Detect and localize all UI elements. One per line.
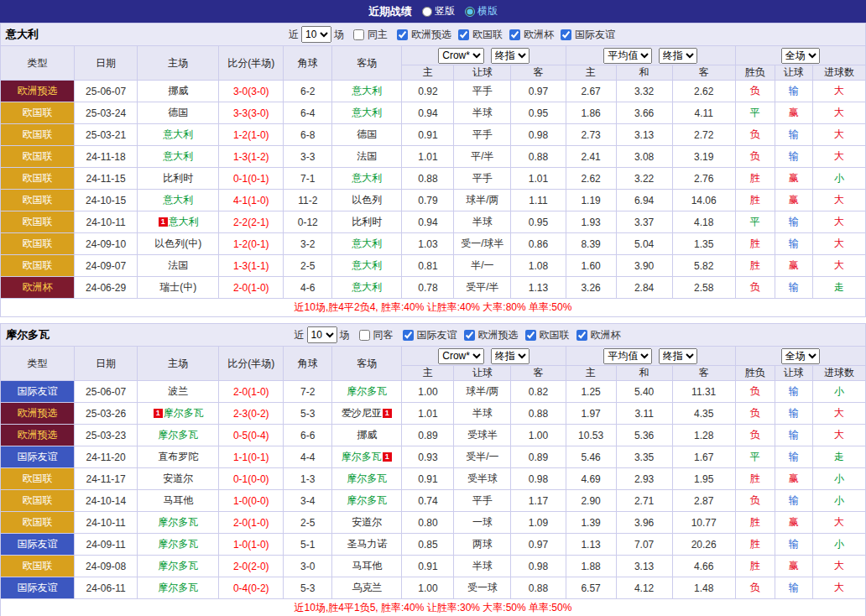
home-team[interactable]: 意大利 (138, 124, 219, 146)
score[interactable]: 4-1(1-0) (219, 190, 284, 211)
away-team[interactable]: 比利时 (332, 211, 402, 233)
comp-filter-checkbox[interactable]: 欧洲预选 (397, 28, 451, 42)
comp-filter-checkbox[interactable]: 国际友谊 (561, 28, 615, 42)
home-team[interactable]: 意大利 (138, 146, 219, 168)
away-team[interactable]: 挪威 (332, 425, 402, 446)
odds-company-select[interactable]: Crow* (438, 348, 484, 364)
home-team[interactable]: 波兰 (138, 381, 219, 403)
same-venue-filter[interactable]: 同客 (359, 328, 394, 342)
same-venue-checkbox[interactable] (353, 29, 364, 40)
same-venue-filter[interactable]: 同主 (353, 28, 388, 42)
horizontal-radio-input[interactable] (465, 7, 475, 17)
score[interactable]: 2-3(0-2) (219, 403, 284, 425)
recent-count-select[interactable]: 10 (301, 26, 331, 43)
home-team[interactable]: 瑞士(中) (138, 277, 219, 299)
home-team[interactable]: 挪威 (138, 81, 219, 102)
comp-checkbox-input[interactable] (397, 29, 408, 40)
away-team[interactable]: 摩尔多瓦 (332, 468, 402, 490)
score[interactable]: 3-0(3-0) (219, 81, 284, 102)
away-team[interactable]: 摩尔多瓦 (332, 381, 402, 403)
score[interactable]: 0-4(0-2) (219, 577, 284, 599)
home-team[interactable]: 德国 (138, 102, 219, 124)
vertical-radio-input[interactable] (422, 7, 432, 17)
home-team[interactable]: 以色列(中) (138, 233, 219, 255)
away-team[interactable]: 安道尔 (332, 512, 402, 534)
score[interactable]: 3-3(3-0) (219, 102, 284, 124)
score[interactable]: 0-1(0-1) (219, 168, 284, 190)
odds-away: 0.95 (511, 211, 566, 233)
away-team[interactable]: 意大利 (332, 102, 402, 124)
odds-stage-select[interactable]: 终指 (491, 48, 530, 64)
comp-filter-checkbox[interactable]: 欧洲预选 (464, 328, 519, 342)
away-team[interactable]: 摩尔多瓦1 (332, 446, 402, 468)
score[interactable]: 1-2(0-1) (219, 233, 284, 255)
match-scope-select[interactable]: 全场 (781, 348, 820, 364)
comp-checkbox-input[interactable] (561, 29, 571, 40)
score[interactable]: 2-0(1-0) (219, 277, 284, 299)
comp-checkbox-input[interactable] (509, 29, 520, 40)
score[interactable]: 1-2(1-0) (219, 124, 284, 146)
odds-stage-select[interactable]: 终指 (491, 348, 530, 364)
home-team[interactable]: 比利时 (138, 168, 219, 190)
comp-filter-checkbox[interactable]: 欧洲杯 (509, 28, 554, 42)
away-team[interactable]: 爱沙尼亚1 (332, 403, 402, 425)
home-team[interactable]: 意大利 (138, 190, 219, 211)
home-team[interactable]: 安道尔 (138, 468, 219, 490)
team-label: 意大利 (352, 259, 382, 271)
comp-checkbox-input[interactable] (525, 330, 536, 341)
home-team[interactable]: 摩尔多瓦 (138, 577, 219, 599)
average-select[interactable]: 平均值 (603, 48, 652, 64)
score[interactable]: 0-5(0-4) (219, 425, 284, 446)
home-team[interactable]: 马耳他 (138, 490, 219, 512)
average-select[interactable]: 平均值 (603, 348, 652, 364)
home-team[interactable]: 法国 (138, 255, 219, 277)
comp-filter-checkbox[interactable]: 国际友谊 (403, 328, 457, 342)
home-team[interactable]: 摩尔多瓦 (138, 512, 219, 534)
score[interactable]: 1-0(1-0) (219, 534, 284, 556)
score[interactable]: 2-0(1-0) (219, 381, 284, 403)
score[interactable]: 1-0(0-0) (219, 490, 284, 512)
recent-count-select[interactable]: 10 (307, 326, 337, 343)
away-team[interactable]: 德国 (332, 124, 402, 146)
away-team[interactable]: 法国 (332, 146, 402, 168)
away-team[interactable]: 以色列 (332, 190, 402, 211)
odds-away: 0.98 (511, 468, 566, 490)
layout-radio-vertical[interactable]: 竖版 (422, 4, 455, 18)
score[interactable]: 0-1(0-0) (219, 468, 284, 490)
score[interactable]: 1-1(0-1) (219, 446, 284, 468)
avg-stage-select[interactable]: 终指 (659, 48, 697, 64)
score[interactable]: 1-3(1-1) (219, 255, 284, 277)
avg-stage-select[interactable]: 终指 (659, 348, 697, 364)
home-team[interactable]: 摩尔多瓦 (138, 534, 219, 556)
home-team[interactable]: 直布罗陀 (138, 446, 219, 468)
away-team[interactable]: 意大利 (332, 277, 402, 299)
away-team[interactable]: 意大利 (332, 233, 402, 255)
home-team[interactable]: 摩尔多瓦 (138, 425, 219, 446)
comp-checkbox-input[interactable] (464, 330, 475, 341)
score[interactable]: 2-0(1-0) (219, 512, 284, 534)
away-team[interactable]: 乌克兰 (332, 577, 402, 599)
comp-filter-checkbox[interactable]: 欧洲杯 (576, 328, 621, 342)
score[interactable]: 2-2(2-1) (219, 211, 284, 233)
comp-checkbox-input[interactable] (576, 330, 587, 341)
match-scope-select[interactable]: 全场 (781, 48, 820, 64)
score[interactable]: 2-0(2-0) (219, 556, 284, 577)
same-venue-checkbox[interactable] (359, 330, 370, 341)
comp-checkbox-input[interactable] (458, 29, 469, 40)
away-team[interactable]: 圣马力诺 (332, 534, 402, 556)
result-outcome: 平 (735, 211, 775, 233)
away-team[interactable]: 意大利 (332, 255, 402, 277)
home-team[interactable]: 1摩尔多瓦 (138, 403, 219, 425)
home-team[interactable]: 1意大利 (138, 211, 219, 233)
away-team[interactable]: 意大利 (332, 168, 402, 190)
away-team[interactable]: 摩尔多瓦 (332, 490, 402, 512)
away-team[interactable]: 马耳他 (332, 556, 402, 577)
comp-filter-checkbox[interactable]: 欧国联 (458, 28, 503, 42)
score[interactable]: 1-3(1-2) (219, 146, 284, 168)
comp-checkbox-input[interactable] (403, 330, 414, 341)
odds-company-select[interactable]: Crow* (438, 48, 484, 64)
home-team[interactable]: 摩尔多瓦 (138, 556, 219, 577)
layout-radio-horizontal[interactable]: 横版 (465, 4, 498, 18)
comp-filter-checkbox[interactable]: 欧国联 (525, 328, 570, 342)
away-team[interactable]: 意大利 (332, 81, 402, 102)
